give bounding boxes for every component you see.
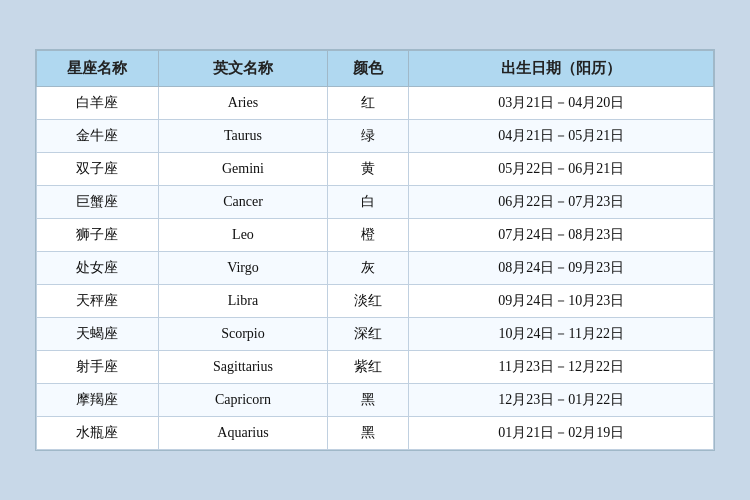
table-row: 射手座Sagittarius紫红11月23日－12月22日 bbox=[37, 351, 714, 384]
table-row: 白羊座Aries红03月21日－04月20日 bbox=[37, 87, 714, 120]
cell-chinese: 双子座 bbox=[37, 153, 159, 186]
cell-english: Libra bbox=[158, 285, 327, 318]
cell-chinese: 摩羯座 bbox=[37, 384, 159, 417]
cell-color: 灰 bbox=[328, 252, 409, 285]
header-date: 出生日期（阳历） bbox=[409, 51, 714, 87]
table-row: 双子座Gemini黄05月22日－06月21日 bbox=[37, 153, 714, 186]
cell-english: Cancer bbox=[158, 186, 327, 219]
cell-date: 04月21日－05月21日 bbox=[409, 120, 714, 153]
cell-date: 12月23日－01月22日 bbox=[409, 384, 714, 417]
cell-chinese: 处女座 bbox=[37, 252, 159, 285]
header-color: 颜色 bbox=[328, 51, 409, 87]
cell-english: Scorpio bbox=[158, 318, 327, 351]
cell-chinese: 白羊座 bbox=[37, 87, 159, 120]
cell-color: 淡红 bbox=[328, 285, 409, 318]
cell-date: 07月24日－08月23日 bbox=[409, 219, 714, 252]
cell-color: 黄 bbox=[328, 153, 409, 186]
cell-english: Aries bbox=[158, 87, 327, 120]
cell-date: 05月22日－06月21日 bbox=[409, 153, 714, 186]
cell-english: Capricorn bbox=[158, 384, 327, 417]
cell-date: 01月21日－02月19日 bbox=[409, 417, 714, 450]
table-row: 天蝎座Scorpio深红10月24日－11月22日 bbox=[37, 318, 714, 351]
cell-color: 绿 bbox=[328, 120, 409, 153]
cell-chinese: 水瓶座 bbox=[37, 417, 159, 450]
cell-date: 03月21日－04月20日 bbox=[409, 87, 714, 120]
header-english: 英文名称 bbox=[158, 51, 327, 87]
table-header-row: 星座名称 英文名称 颜色 出生日期（阳历） bbox=[37, 51, 714, 87]
cell-date: 08月24日－09月23日 bbox=[409, 252, 714, 285]
cell-chinese: 天秤座 bbox=[37, 285, 159, 318]
cell-date: 09月24日－10月23日 bbox=[409, 285, 714, 318]
cell-english: Leo bbox=[158, 219, 327, 252]
cell-color: 深红 bbox=[328, 318, 409, 351]
cell-color: 黑 bbox=[328, 417, 409, 450]
table-body: 白羊座Aries红03月21日－04月20日金牛座Taurus绿04月21日－0… bbox=[37, 87, 714, 450]
cell-english: Sagittarius bbox=[158, 351, 327, 384]
table-row: 摩羯座Capricorn黑12月23日－01月22日 bbox=[37, 384, 714, 417]
zodiac-table-container: 星座名称 英文名称 颜色 出生日期（阳历） 白羊座Aries红03月21日－04… bbox=[35, 49, 715, 451]
table-row: 水瓶座Aquarius黑01月21日－02月19日 bbox=[37, 417, 714, 450]
cell-chinese: 巨蟹座 bbox=[37, 186, 159, 219]
cell-english: Taurus bbox=[158, 120, 327, 153]
cell-date: 06月22日－07月23日 bbox=[409, 186, 714, 219]
header-chinese: 星座名称 bbox=[37, 51, 159, 87]
cell-chinese: 狮子座 bbox=[37, 219, 159, 252]
cell-english: Gemini bbox=[158, 153, 327, 186]
table-row: 巨蟹座Cancer白06月22日－07月23日 bbox=[37, 186, 714, 219]
cell-color: 红 bbox=[328, 87, 409, 120]
cell-chinese: 天蝎座 bbox=[37, 318, 159, 351]
cell-date: 10月24日－11月22日 bbox=[409, 318, 714, 351]
table-row: 金牛座Taurus绿04月21日－05月21日 bbox=[37, 120, 714, 153]
table-row: 处女座Virgo灰08月24日－09月23日 bbox=[37, 252, 714, 285]
cell-chinese: 射手座 bbox=[37, 351, 159, 384]
cell-date: 11月23日－12月22日 bbox=[409, 351, 714, 384]
cell-color: 紫红 bbox=[328, 351, 409, 384]
cell-color: 黑 bbox=[328, 384, 409, 417]
table-row: 天秤座Libra淡红09月24日－10月23日 bbox=[37, 285, 714, 318]
zodiac-table: 星座名称 英文名称 颜色 出生日期（阳历） 白羊座Aries红03月21日－04… bbox=[36, 50, 714, 450]
cell-english: Aquarius bbox=[158, 417, 327, 450]
cell-chinese: 金牛座 bbox=[37, 120, 159, 153]
cell-color: 白 bbox=[328, 186, 409, 219]
cell-english: Virgo bbox=[158, 252, 327, 285]
table-row: 狮子座Leo橙07月24日－08月23日 bbox=[37, 219, 714, 252]
cell-color: 橙 bbox=[328, 219, 409, 252]
